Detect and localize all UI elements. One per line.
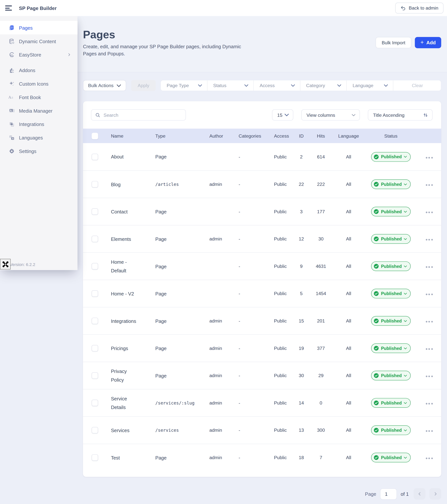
status-label: Published	[381, 400, 402, 405]
filter-page-type-dropdown[interactable]: Page Type	[161, 80, 207, 91]
row-actions-button[interactable]	[426, 157, 433, 159]
page-hits: 177	[309, 209, 333, 214]
previous-page-button[interactable]	[413, 488, 425, 500]
row-actions-button[interactable]	[426, 348, 433, 350]
row-actions-button[interactable]	[426, 403, 433, 405]
row-checkbox[interactable]	[92, 181, 98, 187]
row-checkbox[interactable]	[92, 400, 98, 406]
chevron-down-icon	[117, 84, 121, 87]
sidebar-item-label: Font Book	[19, 94, 41, 100]
row-actions-button[interactable]	[426, 266, 433, 268]
sidebar-item-font-book[interactable]: AaFont Book	[0, 90, 77, 104]
back-to-admin-label: Back to admin	[409, 5, 438, 11]
status-badge[interactable]: Published	[371, 180, 411, 189]
actions-cell	[417, 154, 441, 159]
page-hits: 0	[309, 400, 333, 405]
status-badge[interactable]: Published	[371, 453, 411, 462]
page-language: All	[333, 345, 365, 351]
version-label: Version: 6.2.2	[10, 262, 35, 267]
row-checkbox[interactable]	[92, 154, 98, 160]
row-actions-button[interactable]	[426, 321, 433, 323]
sidebar-item-integrations[interactable]: Integrations	[0, 117, 77, 131]
bulk-import-button[interactable]: Bulk Import	[376, 37, 411, 48]
page-type: Page	[151, 291, 205, 296]
status-cell: Published	[365, 398, 417, 408]
status-badge[interactable]: Published	[371, 343, 411, 353]
status-label: Published	[381, 236, 402, 241]
status-badge[interactable]: Published	[371, 207, 411, 216]
row-actions-button[interactable]	[426, 239, 433, 241]
filter-status-dropdown[interactable]: Status	[207, 80, 254, 91]
row-checkbox[interactable]	[92, 372, 98, 379]
clear-filters-button[interactable]: Clear	[393, 80, 441, 91]
status-badge[interactable]: Published	[371, 289, 411, 298]
page-name: Test	[107, 453, 151, 462]
page-categories: -	[234, 209, 270, 214]
page-id: 15	[293, 318, 309, 324]
back-to-admin-button[interactable]: Back to admin	[395, 3, 444, 14]
page-language: All	[333, 318, 365, 324]
row-actions-button[interactable]	[426, 376, 433, 377]
actions-cell	[417, 400, 441, 405]
status-badge[interactable]: Published	[371, 234, 411, 244]
sidebar-item-easystore[interactable]: EasyStore	[0, 48, 77, 61]
filter-language-dropdown[interactable]: Language	[347, 80, 393, 91]
row-checkbox[interactable]	[92, 345, 98, 351]
sidebar-item-custom-icons[interactable]: Custom Icons	[0, 77, 77, 90]
sort-select[interactable]: Title Ascending	[368, 109, 432, 121]
row-actions-button[interactable]	[426, 184, 433, 186]
filter-access-dropdown[interactable]: Access	[254, 80, 300, 91]
view-columns-select[interactable]: View columns	[301, 109, 360, 121]
page-language: All	[333, 182, 365, 187]
table-row: PricingsPageadmin-Public19377AllPublishe…	[83, 334, 441, 362]
page-type: /services/:slug	[151, 400, 205, 405]
sidebar-item-dynamic-content[interactable]: Dynamic Content	[0, 34, 77, 48]
status-badge[interactable]: Published	[371, 425, 411, 435]
page-access: Public	[270, 400, 293, 405]
row-checkbox[interactable]	[92, 263, 98, 269]
table-row: Home - V2Page-Public51454AllPublished	[83, 280, 441, 307]
actions-cell	[417, 182, 441, 187]
row-checkbox[interactable]	[92, 454, 98, 461]
per-page-select[interactable]: 15	[272, 109, 293, 121]
sidebar-item-media-manager[interactable]: Media Manager	[0, 104, 77, 117]
status-badge[interactable]: Published	[371, 261, 411, 271]
table-view-controls: 15 View columns Title Ascending	[272, 109, 432, 121]
page-hits: 30	[309, 236, 333, 241]
sidebar-item-label: EasyStore	[19, 52, 41, 57]
row-checkbox[interactable]	[92, 208, 98, 215]
apply-button[interactable]: Apply	[131, 80, 156, 91]
row-actions-button[interactable]	[426, 212, 433, 213]
menu-toggle-button[interactable]	[5, 5, 12, 11]
hamburger-icon	[5, 7, 10, 8]
row-checkbox[interactable]	[92, 427, 98, 433]
row-actions-button[interactable]	[426, 294, 433, 295]
filter-label: Status	[213, 83, 226, 88]
sidebar-item-pages[interactable]: Pages	[0, 21, 77, 34]
bulk-actions-dropdown[interactable]: Bulk Actions	[83, 80, 126, 91]
search-box[interactable]	[91, 109, 186, 121]
sidebar-item-languages[interactable]: 文ALanguages	[0, 131, 77, 144]
next-page-button[interactable]	[429, 488, 441, 500]
status-badge[interactable]: Published	[371, 316, 411, 326]
page-categories: -	[234, 318, 270, 324]
row-checkbox[interactable]	[92, 290, 98, 297]
select-all-checkbox[interactable]	[92, 133, 98, 139]
row-actions-button[interactable]	[426, 458, 433, 459]
sidebar-item-addons[interactable]: Addons	[0, 63, 77, 77]
chevron-down-icon	[404, 347, 407, 349]
chevron-down-icon	[404, 320, 407, 322]
filter-category-dropdown[interactable]: Category	[300, 80, 347, 91]
row-checkbox[interactable]	[92, 318, 98, 324]
status-badge[interactable]: Published	[371, 398, 411, 408]
column-header-id: ID	[293, 133, 309, 138]
status-badge[interactable]: Published	[371, 152, 411, 162]
status-badge[interactable]: Published	[371, 371, 411, 380]
add-button[interactable]: + Add	[415, 37, 441, 48]
page-access: Public	[270, 373, 293, 378]
page-number-input[interactable]	[380, 488, 397, 500]
search-input[interactable]	[104, 112, 182, 118]
sidebar-item-settings[interactable]: Settings	[0, 144, 77, 158]
row-checkbox[interactable]	[92, 236, 98, 242]
row-actions-button[interactable]	[426, 430, 433, 432]
